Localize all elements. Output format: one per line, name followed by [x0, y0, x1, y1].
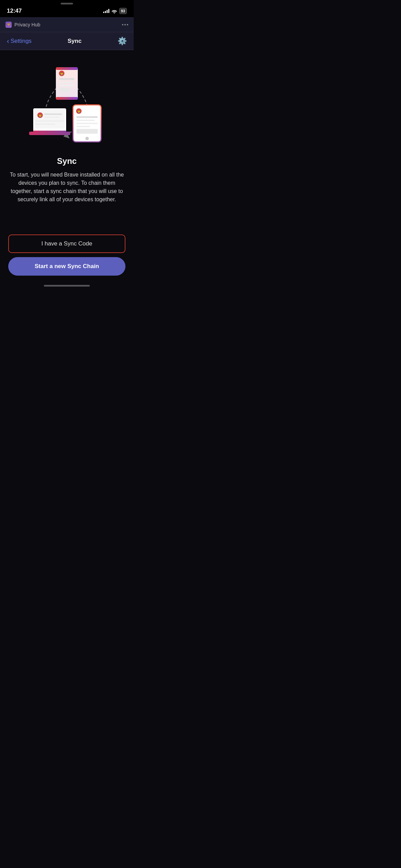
battery-level: 93 — [121, 9, 125, 13]
svg-rect-30 — [76, 126, 90, 127]
back-label: Settings — [11, 38, 32, 45]
home-indicator — [44, 285, 90, 287]
svg-rect-9 — [59, 78, 74, 80]
buttons-section: I have a Sync Code Start a new Sync Chai… — [8, 234, 125, 282]
nav-bar: ‹ Settings Sync ⚙️ — [0, 32, 134, 50]
wifi-icon — [111, 9, 117, 13]
svg-rect-31 — [76, 129, 98, 134]
status-icons: 93 — [103, 8, 127, 14]
settings-gear-icon[interactable]: ⚙️ — [118, 37, 127, 46]
svg-rect-29 — [76, 123, 98, 124]
svg-rect-20 — [35, 123, 55, 125]
svg-rect-19 — [35, 120, 65, 122]
svg-rect-18 — [44, 117, 59, 118]
main-content: 🦁 🦁 🦁 — [0, 50, 134, 289]
svg-rect-22 — [33, 131, 66, 133]
svg-rect-12 — [59, 88, 70, 92]
svg-rect-6 — [56, 97, 78, 100]
sync-title: Sync — [57, 156, 76, 166]
browser-bar-left: 🦁 Privacy Hub — [5, 22, 40, 28]
sync-description: To start, you will need Brave installed … — [9, 171, 125, 204]
svg-rect-11 — [59, 85, 74, 86]
svg-rect-14 — [35, 110, 65, 129]
svg-rect-5 — [56, 67, 78, 70]
sync-illustration: 🦁 🦁 🦁 — [19, 60, 115, 149]
svg-rect-17 — [44, 113, 62, 115]
browser-bar: 🦁 Privacy Hub — [0, 17, 134, 32]
browser-bar-title: Privacy Hub — [14, 22, 40, 27]
svg-rect-10 — [59, 82, 72, 83]
svg-rect-27 — [76, 116, 98, 118]
svg-text:🦁: 🦁 — [77, 109, 81, 114]
battery-icon: 93 — [119, 8, 127, 14]
status-time: 12:47 — [7, 8, 22, 14]
svg-rect-4 — [56, 67, 78, 100]
sync-code-button[interactable]: I have a Sync Code — [8, 234, 125, 253]
page-title: Sync — [68, 38, 82, 45]
svg-point-32 — [85, 137, 89, 140]
drag-handle — [61, 3, 73, 4]
svg-text:🦁: 🦁 — [60, 72, 64, 76]
browser-menu-dots[interactable] — [122, 24, 128, 25]
brave-shield-icon: 🦁 — [5, 22, 12, 28]
back-chevron-icon: ‹ — [7, 37, 9, 44]
back-button[interactable]: ‹ Settings — [7, 38, 32, 45]
new-sync-chain-button[interactable]: Start a new Sync Chain — [8, 257, 125, 276]
signal-icon — [103, 9, 109, 13]
svg-text:🦁: 🦁 — [38, 113, 42, 118]
svg-rect-28 — [76, 120, 95, 121]
